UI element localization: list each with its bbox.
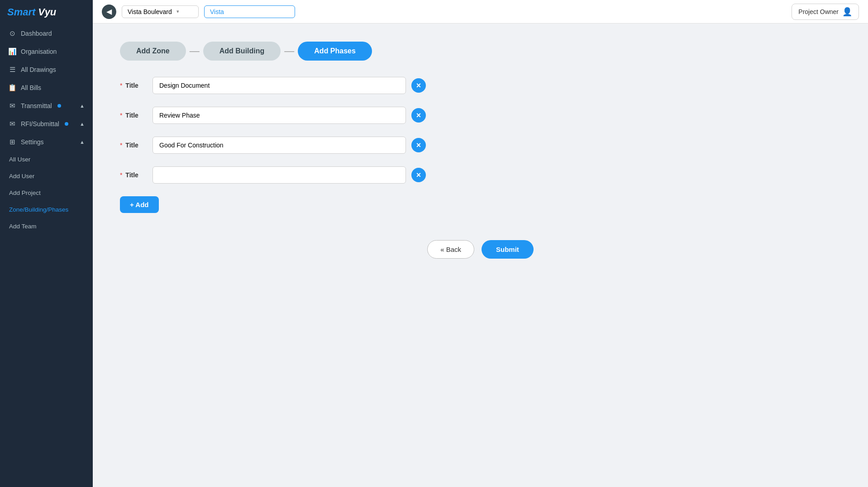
project-dropdown[interactable]: Vista Boulevard ▾ — [122, 5, 199, 18]
sidebar-label-rfi-submittal: RFI/Submittal — [21, 120, 59, 128]
sidebar-label-organisation: Organisation — [21, 48, 57, 55]
submit-button[interactable]: Submit — [482, 240, 534, 259]
badge-rfi-submittal — [65, 122, 68, 126]
back-button[interactable]: « Back — [427, 240, 474, 259]
project-input[interactable] — [204, 5, 295, 18]
title-label-2: Title — [124, 112, 138, 119]
chevron-rfi-submittal-icon: ▲ — [80, 121, 85, 127]
sidebar-icon-rfi-submittal: ✉ — [8, 120, 16, 128]
title-label-1: Title — [124, 82, 138, 89]
content-area: Add Zone — Add Building — Add Phases * T… — [93, 24, 868, 487]
sidebar-label-all-user: All User — [9, 156, 30, 163]
asterisk-3: * — [120, 142, 122, 149]
phase-input-1[interactable] — [153, 77, 406, 94]
user-icon: 👤 — [842, 7, 852, 17]
header-back-button[interactable]: ◀ — [102, 5, 116, 19]
asterisk-2: * — [120, 112, 122, 119]
sidebar-icon-dashboard: ⊙ — [8, 29, 16, 38]
sidebar-icon-transmittal: ✉ — [8, 102, 16, 110]
sidebar-item-zone-building-phases[interactable]: Zone/Building/Phases — [0, 201, 93, 218]
sidebar-item-all-user[interactable]: All User — [0, 151, 93, 168]
remove-phase-button-3[interactable]: × — [411, 138, 426, 152]
sidebar-label-settings: Settings — [21, 138, 44, 146]
sidebar-label-add-user: Add User — [9, 173, 34, 180]
user-menu[interactable]: Project Owner 👤 — [792, 4, 859, 20]
wizard-step-add-phases[interactable]: Add Phases — [298, 42, 372, 61]
phase-label-1: * Title — [120, 82, 147, 89]
sidebar-item-all-drawings[interactable]: ☰All Drawings — [0, 61, 93, 79]
remove-phase-button-4[interactable]: × — [411, 168, 426, 182]
sidebar-item-add-user[interactable]: Add User — [0, 168, 93, 184]
remove-phase-button-2[interactable]: × — [411, 108, 426, 123]
dropdown-chevron-icon: ▾ — [176, 9, 179, 14]
user-label: Project Owner — [798, 8, 839, 15]
sidebar-item-settings[interactable]: ⊞Settings▲ — [0, 133, 93, 151]
sidebar-label-all-bills: All Bills — [21, 84, 41, 91]
sidebar: SmartVyu ⊙Dashboard📊Organisation☰All Dra… — [0, 0, 93, 487]
title-label-3: Title — [124, 142, 138, 149]
sidebar-label-zone-building-phases: Zone/Building/Phases — [9, 206, 68, 213]
chevron-settings-icon: ▲ — [80, 139, 85, 145]
sidebar-nav: ⊙Dashboard📊Organisation☰All Drawings📋All… — [0, 24, 93, 487]
wizard-step-add-zone[interactable]: Add Zone — [120, 42, 186, 61]
phase-label-2: * Title — [120, 112, 147, 119]
sidebar-label-add-team: Add Team — [9, 223, 37, 230]
sidebar-item-all-bills[interactable]: 📋All Bills — [0, 79, 93, 97]
remove-phase-button-1[interactable]: × — [411, 78, 426, 93]
footer-buttons: « Back Submit — [120, 240, 841, 259]
phase-input-3[interactable] — [153, 137, 406, 154]
phase-label-4: * Title — [120, 171, 147, 179]
phase-row-3: * Title × — [120, 137, 841, 154]
sidebar-label-all-drawings: All Drawings — [21, 66, 56, 73]
sidebar-item-dashboard[interactable]: ⊙Dashboard — [0, 24, 93, 43]
logo-smart: Smart — [7, 6, 35, 18]
phase-row-4: * Title × — [120, 166, 841, 184]
sidebar-item-add-team[interactable]: Add Team — [0, 218, 93, 235]
chevron-transmittal-icon: ▲ — [80, 103, 85, 109]
sidebar-icon-settings: ⊞ — [8, 138, 16, 146]
wizard-dash-2: — — [281, 45, 298, 57]
dropdown-value: Vista Boulevard — [128, 8, 172, 15]
phase-input-2[interactable] — [153, 107, 406, 124]
asterisk-1: * — [120, 82, 122, 89]
wizard-dash-1: — — [186, 45, 203, 57]
wizard-steps: Add Zone — Add Building — Add Phases — [120, 42, 841, 61]
add-phase-button[interactable]: + Add — [120, 196, 159, 213]
phases-container: * Title × * Title × * Title × * Title — [120, 77, 841, 184]
phase-label-3: * Title — [120, 142, 147, 149]
wizard-step-add-building[interactable]: Add Building — [203, 42, 281, 61]
sidebar-item-transmittal[interactable]: ✉Transmittal▲ — [0, 97, 93, 115]
sidebar-item-rfi-submittal[interactable]: ✉RFI/Submittal▲ — [0, 115, 93, 133]
sidebar-icon-all-bills: 📋 — [8, 84, 16, 92]
sidebar-label-add-project: Add Project — [9, 189, 41, 196]
badge-transmittal — [57, 104, 61, 108]
sidebar-icon-organisation: 📊 — [8, 47, 16, 56]
main-wrap: ◀ Vista Boulevard ▾ Project Owner 👤 Add … — [93, 0, 868, 487]
logo: SmartVyu — [0, 0, 93, 24]
phase-input-4[interactable] — [153, 166, 406, 184]
sidebar-label-dashboard: Dashboard — [21, 30, 52, 37]
title-label-4: Title — [124, 171, 138, 179]
phase-row-1: * Title × — [120, 77, 841, 94]
header: ◀ Vista Boulevard ▾ Project Owner 👤 — [93, 0, 868, 24]
sidebar-label-transmittal: Transmittal — [21, 102, 52, 109]
logo-vyu: Vyu — [38, 6, 56, 18]
sidebar-item-organisation[interactable]: 📊Organisation — [0, 43, 93, 61]
asterisk-4: * — [120, 171, 122, 179]
sidebar-icon-all-drawings: ☰ — [8, 66, 16, 74]
sidebar-item-add-project[interactable]: Add Project — [0, 184, 93, 201]
phase-row-2: * Title × — [120, 107, 841, 124]
